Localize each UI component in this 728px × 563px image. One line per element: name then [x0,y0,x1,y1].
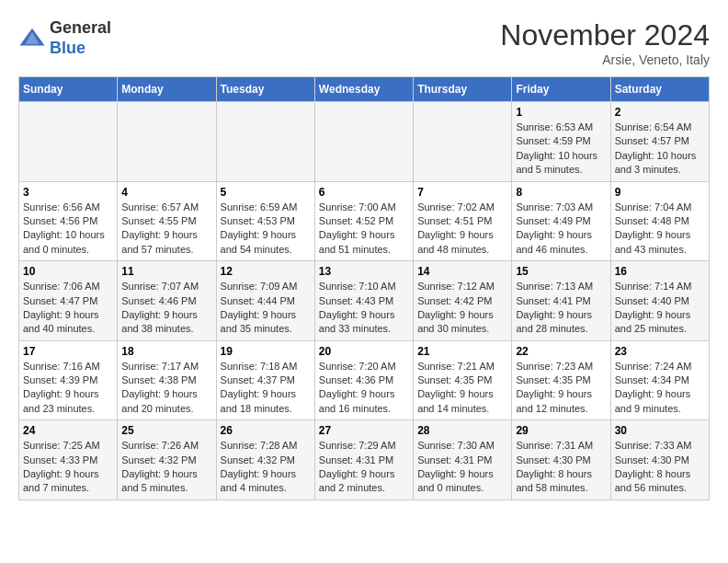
table-row: 15 Sunrise: 7:13 AM Sunset: 4:41 PM Dayl… [512,261,610,341]
sunrise-text: Sunrise: 7:03 AM [516,201,593,213]
day-number: 11 [121,265,211,278]
day-number: 5 [221,186,311,199]
day-number: 25 [121,424,211,437]
sunrise-text: Sunrise: 7:06 AM [23,281,100,292]
sunrise-text: Sunrise: 7:14 AM [615,281,692,292]
day-info: Sunrise: 7:03 AM Sunset: 4:49 PM Dayligh… [516,201,606,258]
sunrise-text: Sunrise: 6:56 AM [23,201,100,213]
sunrise-text: Sunrise: 6:54 AM [615,121,692,132]
sunrise-text: Sunrise: 7:00 AM [319,201,396,213]
sunset-text: Sunset: 4:39 PM [23,374,97,385]
sunset-text: Sunset: 4:44 PM [221,295,295,306]
day-number: 16 [615,265,705,278]
sunset-text: Sunset: 4:42 PM [417,295,492,306]
col-saturday: Saturday [610,77,709,102]
daylight-text: Daylight: 9 hours and 9 minutes. [615,388,691,413]
day-number: 7 [417,186,507,199]
table-row: 14 Sunrise: 7:12 AM Sunset: 4:42 PM Dayl… [414,261,512,341]
day-info: Sunrise: 6:54 AM Sunset: 4:57 PM Dayligh… [615,121,705,178]
day-number: 20 [319,345,409,358]
day-info: Sunrise: 7:23 AM Sunset: 4:35 PM Dayligh… [516,360,606,417]
sunrise-text: Sunrise: 7:16 AM [23,361,100,372]
sunset-text: Sunset: 4:37 PM [221,374,295,385]
col-tuesday: Tuesday [216,77,314,102]
table-row: 25 Sunrise: 7:26 AM Sunset: 4:32 PM Dayl… [118,420,216,500]
col-thursday: Thursday [414,77,512,102]
calendar-week-row: 10 Sunrise: 7:06 AM Sunset: 4:47 PM Dayl… [19,261,710,341]
sunrise-text: Sunrise: 7:26 AM [121,440,199,451]
day-number: 21 [417,345,507,358]
sunset-text: Sunset: 4:40 PM [615,295,689,306]
sunset-text: Sunset: 4:46 PM [121,295,196,306]
sunset-text: Sunset: 4:48 PM [615,215,689,226]
day-number: 14 [417,265,507,278]
sunset-text: Sunset: 4:31 PM [417,454,492,465]
sunrise-text: Sunrise: 7:13 AM [516,281,593,292]
day-number: 27 [319,424,409,437]
sunset-text: Sunset: 4:53 PM [221,215,295,226]
col-friday: Friday [512,77,610,102]
day-number: 1 [516,106,606,119]
table-row: 18 Sunrise: 7:17 AM Sunset: 4:38 PM Dayl… [118,340,216,420]
sunrise-text: Sunrise: 7:18 AM [221,361,298,372]
daylight-text: Daylight: 9 hours and 46 minutes. [516,229,592,254]
table-row: 13 Sunrise: 7:10 AM Sunset: 4:43 PM Dayl… [314,261,413,341]
day-number: 28 [417,424,507,437]
sunrise-text: Sunrise: 7:31 AM [516,440,593,451]
day-info: Sunrise: 6:56 AM Sunset: 4:56 PM Dayligh… [23,201,113,258]
table-row: 5 Sunrise: 6:59 AM Sunset: 4:53 PM Dayli… [216,181,314,261]
sunrise-text: Sunrise: 7:17 AM [121,361,199,372]
sunrise-text: Sunrise: 6:59 AM [221,201,298,213]
table-row: 7 Sunrise: 7:02 AM Sunset: 4:51 PM Dayli… [414,181,512,261]
sunset-text: Sunset: 4:38 PM [121,374,196,385]
table-row: 21 Sunrise: 7:21 AM Sunset: 4:35 PM Dayl… [414,340,512,420]
sunset-text: Sunset: 4:30 PM [615,454,689,465]
day-info: Sunrise: 7:06 AM Sunset: 4:47 PM Dayligh… [23,280,113,337]
day-number: 6 [319,186,409,199]
day-info: Sunrise: 7:14 AM Sunset: 4:40 PM Dayligh… [615,280,705,337]
daylight-text: Daylight: 10 hours and 3 minutes. [615,150,697,175]
day-number: 30 [615,424,705,437]
day-info: Sunrise: 7:09 AM Sunset: 4:44 PM Dayligh… [221,280,311,337]
col-wednesday: Wednesday [314,77,413,102]
calendar-week-row: 1 Sunrise: 6:53 AM Sunset: 4:59 PM Dayli… [19,102,710,182]
day-info: Sunrise: 7:16 AM Sunset: 4:39 PM Dayligh… [23,360,113,417]
table-row [314,102,413,182]
sunrise-text: Sunrise: 7:04 AM [615,201,692,213]
day-info: Sunrise: 7:04 AM Sunset: 4:48 PM Dayligh… [615,201,705,258]
day-info: Sunrise: 7:12 AM Sunset: 4:42 PM Dayligh… [417,280,507,337]
daylight-text: Daylight: 9 hours and 2 minutes. [319,468,395,493]
calendar-header-row: Sunday Monday Tuesday Wednesday Thursday… [19,77,710,102]
day-info: Sunrise: 7:21 AM Sunset: 4:35 PM Dayligh… [417,360,507,417]
sunrise-text: Sunrise: 7:28 AM [221,440,298,451]
table-row [19,102,118,182]
sunset-text: Sunset: 4:41 PM [516,295,590,306]
day-info: Sunrise: 7:25 AM Sunset: 4:33 PM Dayligh… [23,439,113,496]
sunrise-text: Sunrise: 7:07 AM [121,281,199,292]
day-number: 26 [221,424,311,437]
table-row: 28 Sunrise: 7:30 AM Sunset: 4:31 PM Dayl… [414,420,512,500]
daylight-text: Daylight: 9 hours and 33 minutes. [319,309,395,334]
sunrise-text: Sunrise: 7:21 AM [417,361,495,372]
sunrise-text: Sunrise: 7:24 AM [615,361,692,372]
day-number: 23 [615,345,705,358]
daylight-text: Daylight: 9 hours and 40 minutes. [23,309,99,334]
table-row: 17 Sunrise: 7:16 AM Sunset: 4:39 PM Dayl… [19,340,118,420]
daylight-text: Daylight: 9 hours and 57 minutes. [121,229,198,254]
page-header: General Blue November 2024 Arsie, Veneto… [18,18,710,67]
sunset-text: Sunset: 4:43 PM [319,295,393,306]
table-row: 1 Sunrise: 6:53 AM Sunset: 4:59 PM Dayli… [512,102,610,182]
month-title: November 2024 [500,18,710,52]
logo-icon [18,25,46,52]
sunrise-text: Sunrise: 7:30 AM [417,440,495,451]
logo: General Blue [18,18,111,58]
day-info: Sunrise: 7:20 AM Sunset: 4:36 PM Dayligh… [319,360,409,417]
logo-general: General [50,18,111,37]
sunrise-text: Sunrise: 7:02 AM [417,201,495,213]
day-info: Sunrise: 6:57 AM Sunset: 4:55 PM Dayligh… [121,201,211,258]
day-info: Sunrise: 7:17 AM Sunset: 4:38 PM Dayligh… [121,360,211,417]
daylight-text: Daylight: 9 hours and 14 minutes. [417,388,494,413]
calendar-week-row: 3 Sunrise: 6:56 AM Sunset: 4:56 PM Dayli… [19,181,710,261]
calendar-week-row: 17 Sunrise: 7:16 AM Sunset: 4:39 PM Dayl… [19,340,710,420]
day-info: Sunrise: 7:28 AM Sunset: 4:32 PM Dayligh… [221,439,311,496]
